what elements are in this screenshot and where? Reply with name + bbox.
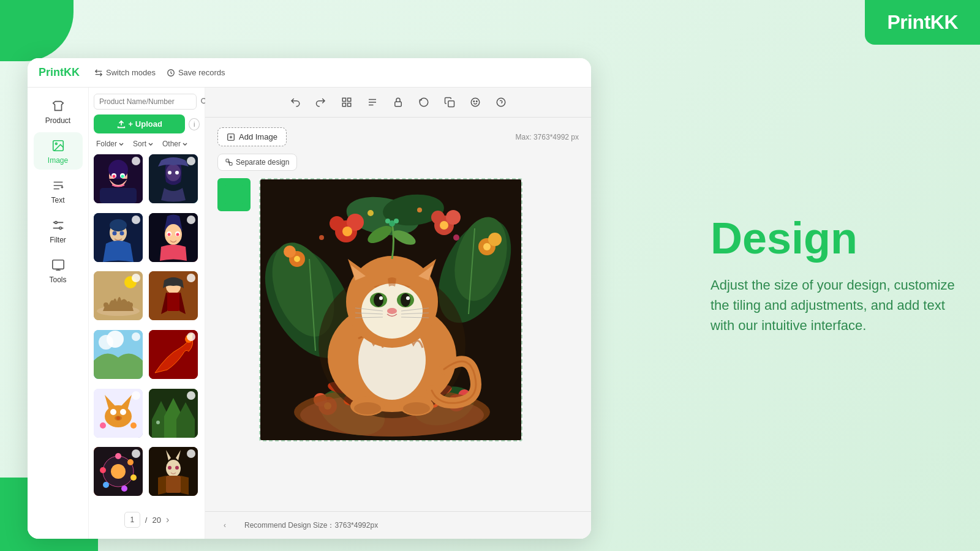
svg-point-60 bbox=[103, 482, 109, 488]
list-item[interactable] bbox=[94, 154, 143, 203]
list-item[interactable] bbox=[149, 154, 198, 203]
recommend-size-label: Recommend Design Size：3763*4992px bbox=[244, 520, 378, 531]
sidebar-item-text[interactable]: Text bbox=[34, 172, 83, 209]
svg-rect-80 bbox=[225, 186, 243, 204]
undo-button[interactable] bbox=[287, 94, 304, 111]
save-records-icon bbox=[167, 69, 175, 77]
text-icon bbox=[50, 177, 67, 194]
refresh-button[interactable] bbox=[415, 94, 432, 111]
list-item[interactable] bbox=[149, 330, 198, 379]
folder-filter-row: Folder Sort Other bbox=[94, 138, 200, 149]
help-icon bbox=[496, 97, 507, 108]
sort-chevron-icon bbox=[148, 141, 154, 147]
list-item[interactable] bbox=[94, 389, 143, 438]
list-item[interactable] bbox=[149, 389, 198, 438]
thumb-check bbox=[187, 332, 195, 341]
switch-modes-button[interactable]: Switch modes bbox=[94, 68, 156, 77]
thumb-check bbox=[187, 449, 195, 458]
right-info-panel: Design Adjust the size of your design, c… bbox=[710, 216, 956, 335]
svg-rect-21 bbox=[110, 219, 127, 231]
next-page-button[interactable]: › bbox=[166, 514, 169, 525]
list-item[interactable] bbox=[149, 447, 198, 496]
svg-rect-68 bbox=[348, 98, 351, 101]
corner-decoration-top-left bbox=[0, 0, 74, 61]
sidebar-item-product[interactable]: Product bbox=[34, 92, 83, 130]
svg-point-104 bbox=[284, 246, 296, 258]
thumb-check bbox=[187, 274, 195, 282]
sort-dropdown[interactable]: Sort bbox=[130, 138, 156, 149]
design-canvas-wrapper bbox=[217, 178, 522, 441]
svg-point-97 bbox=[446, 210, 461, 225]
list-item[interactable] bbox=[149, 213, 198, 262]
upload-button[interactable]: + Upload bbox=[94, 114, 185, 133]
design-preview[interactable] bbox=[259, 178, 522, 441]
save-records-button[interactable]: Save records bbox=[167, 68, 225, 77]
folder-chevron-icon bbox=[118, 141, 124, 147]
list-item[interactable] bbox=[149, 271, 198, 320]
max-size-label: Max: 3763*4992 px bbox=[516, 133, 579, 141]
lock-icon bbox=[393, 97, 404, 108]
svg-point-52 bbox=[156, 421, 160, 424]
lock-button[interactable] bbox=[390, 94, 407, 111]
sidebar-item-tools[interactable]: Tools bbox=[34, 252, 83, 289]
svg-rect-69 bbox=[342, 103, 345, 107]
svg-point-49 bbox=[100, 422, 106, 429]
list-item[interactable] bbox=[94, 447, 143, 496]
folder-dropdown[interactable]: Folder bbox=[94, 138, 127, 149]
layer-thumbnail[interactable] bbox=[217, 178, 251, 211]
sidebar-item-filter[interactable]: Filter bbox=[34, 212, 83, 249]
image-icon bbox=[50, 137, 67, 154]
layer-color-swatch bbox=[225, 186, 243, 204]
list-item[interactable] bbox=[94, 271, 143, 320]
main-canvas-area: Add Image Max: 3763*4992 px Separate des… bbox=[205, 88, 591, 539]
thumb-check bbox=[187, 216, 195, 224]
svg-point-73 bbox=[471, 98, 480, 107]
thumb-check bbox=[132, 332, 140, 341]
list-item[interactable] bbox=[94, 213, 143, 262]
svg-point-99 bbox=[440, 221, 448, 230]
svg-point-127 bbox=[354, 402, 381, 414]
svg-point-48 bbox=[116, 416, 120, 420]
copy-button[interactable] bbox=[441, 94, 458, 111]
layer-panel bbox=[217, 178, 251, 211]
svg-rect-14 bbox=[100, 188, 137, 203]
svg-point-105 bbox=[294, 256, 300, 262]
svg-rect-78 bbox=[226, 159, 229, 162]
grid-button[interactable] bbox=[338, 94, 355, 111]
emoji-button[interactable] bbox=[467, 94, 484, 111]
search-input[interactable] bbox=[94, 94, 197, 110]
align-icon bbox=[367, 97, 378, 108]
svg-rect-67 bbox=[342, 98, 345, 101]
upload-row: + Upload i bbox=[94, 114, 200, 133]
info-button[interactable]: i bbox=[189, 118, 200, 130]
grid-icon bbox=[341, 97, 352, 108]
svg-point-64 bbox=[168, 466, 172, 470]
svg-point-65 bbox=[175, 466, 179, 470]
redo-button[interactable] bbox=[312, 94, 330, 111]
add-image-icon bbox=[227, 133, 235, 141]
separate-design-button[interactable]: Separate design bbox=[217, 154, 297, 171]
svg-point-45 bbox=[110, 409, 116, 415]
search-row bbox=[94, 94, 200, 110]
help-button[interactable] bbox=[492, 94, 510, 111]
pagination: 1 / 20 › bbox=[94, 507, 200, 533]
svg-point-59 bbox=[121, 485, 127, 492]
canvas-toolbar bbox=[205, 88, 591, 118]
tshirt-icon bbox=[50, 97, 67, 114]
align-button[interactable] bbox=[364, 94, 381, 111]
sidebar: Product Image bbox=[28, 88, 89, 539]
sidebar-item-image[interactable]: Image bbox=[34, 132, 83, 170]
list-item[interactable] bbox=[94, 330, 143, 379]
svg-point-4 bbox=[59, 227, 61, 230]
svg-point-46 bbox=[120, 409, 126, 415]
svg-point-22 bbox=[113, 231, 117, 235]
svg-point-58 bbox=[130, 474, 137, 481]
svg-point-109 bbox=[319, 235, 324, 240]
svg-point-147 bbox=[385, 219, 390, 223]
add-image-button[interactable]: Add Image bbox=[217, 127, 287, 146]
svg-rect-37 bbox=[167, 293, 179, 311]
other-dropdown[interactable]: Other bbox=[160, 138, 190, 149]
copy-icon bbox=[444, 97, 455, 108]
collapse-panel-button[interactable]: ‹ bbox=[217, 518, 232, 533]
emoji-icon bbox=[470, 97, 481, 108]
